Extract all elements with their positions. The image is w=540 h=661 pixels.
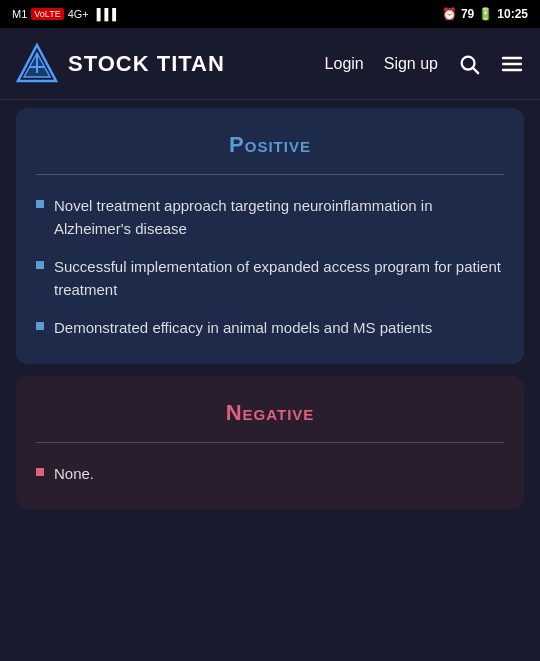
bullet-icon <box>36 200 44 208</box>
negative-title: Negative <box>36 400 504 426</box>
negative-list: None. <box>36 463 504 486</box>
carrier-label: M1 <box>12 8 27 20</box>
positive-item-2: Successful implementation of expanded ac… <box>54 256 504 301</box>
negative-item-1: None. <box>54 463 94 486</box>
positive-divider <box>36 174 504 175</box>
positive-item-3: Demonstrated efficacy in animal models a… <box>54 317 432 340</box>
negative-divider <box>36 442 504 443</box>
signup-link[interactable]: Sign up <box>384 55 438 73</box>
network-4g: 4G+ <box>68 8 89 20</box>
status-bar: M1 VoLTE 4G+ ▐▐▐ ⏰ 79 🔋 10:25 <box>0 0 540 28</box>
time-display: 10:25 <box>497 7 528 21</box>
hamburger-icon <box>500 52 524 76</box>
alarm-icon: ⏰ <box>442 7 457 21</box>
network-volte: VoLTE <box>31 8 63 20</box>
logo-icon <box>16 43 58 85</box>
nav-links: Login Sign up <box>325 52 524 76</box>
list-item: Novel treatment approach targeting neuro… <box>36 195 504 240</box>
status-left: M1 VoLTE 4G+ ▐▐▐ <box>12 8 116 20</box>
login-link[interactable]: Login <box>325 55 364 73</box>
positive-title: Positive <box>36 132 504 158</box>
menu-button[interactable] <box>500 52 524 76</box>
search-button[interactable] <box>458 53 480 75</box>
search-icon <box>458 53 480 75</box>
positive-card: Positive Novel treatment approach target… <box>16 108 524 364</box>
bullet-icon <box>36 261 44 269</box>
logo-text: STOCK TITAN <box>68 51 225 77</box>
navbar: STOCK TITAN Login Sign up <box>0 28 540 100</box>
signal-bars-icon: ▐▐▐ <box>93 8 116 20</box>
logo-container: STOCK TITAN <box>16 43 325 85</box>
list-item: Successful implementation of expanded ac… <box>36 256 504 301</box>
list-item: None. <box>36 463 504 486</box>
status-right: ⏰ 79 🔋 10:25 <box>442 7 528 21</box>
bullet-icon <box>36 468 44 476</box>
svg-line-5 <box>473 68 478 73</box>
positive-item-1: Novel treatment approach targeting neuro… <box>54 195 504 240</box>
negative-card: Negative None. <box>16 376 524 510</box>
bullet-icon <box>36 322 44 330</box>
list-item: Demonstrated efficacy in animal models a… <box>36 317 504 340</box>
main-content: Positive Novel treatment approach target… <box>0 100 540 525</box>
positive-list: Novel treatment approach targeting neuro… <box>36 195 504 340</box>
battery-level: 79 <box>461 7 474 21</box>
battery-icon: 🔋 <box>478 7 493 21</box>
